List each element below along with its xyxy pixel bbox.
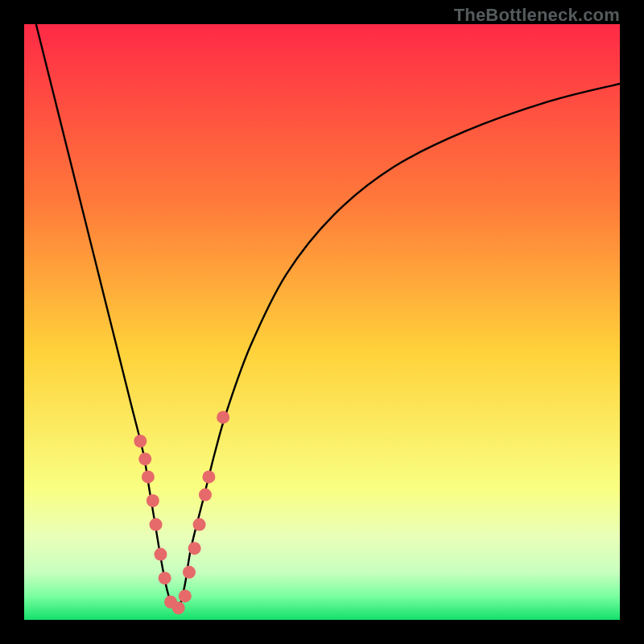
highlight-dot <box>159 572 171 584</box>
curve-layer <box>24 24 620 620</box>
watermark-text: TheBottleneck.com <box>454 5 620 26</box>
highlight-dot <box>193 518 206 531</box>
highlight-dots <box>134 411 229 614</box>
highlight-dot <box>199 489 212 502</box>
bottleneck-curve <box>36 24 620 610</box>
chart-frame: TheBottleneck.com <box>0 0 644 644</box>
highlight-dot <box>134 435 147 448</box>
plot-area <box>24 24 620 620</box>
highlight-dot <box>179 589 192 602</box>
highlight-dot <box>183 566 196 579</box>
highlight-dot <box>172 601 185 614</box>
highlight-dot <box>202 470 215 483</box>
highlight-dot <box>154 548 167 561</box>
highlight-dot <box>188 542 201 555</box>
highlight-dot <box>147 494 159 507</box>
highlight-dot <box>142 470 155 483</box>
highlight-dot <box>150 518 163 531</box>
highlight-dot <box>217 411 229 423</box>
highlight-dot <box>138 452 151 465</box>
